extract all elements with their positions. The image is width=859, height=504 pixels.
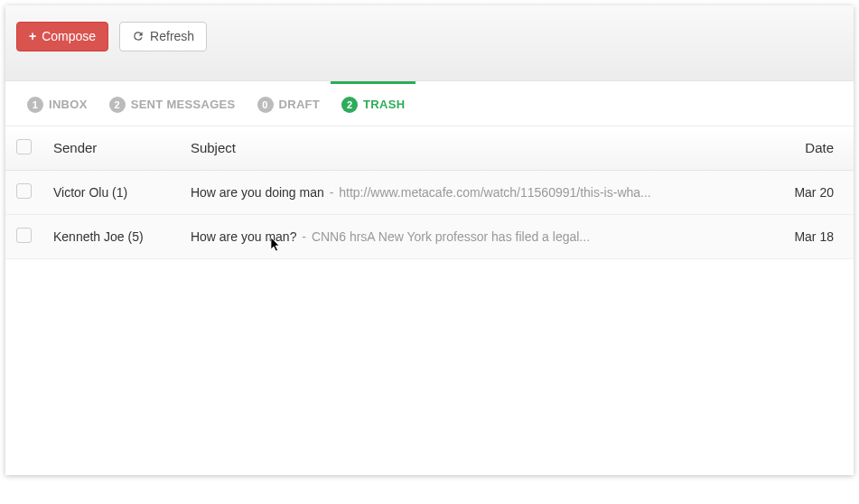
refresh-icon [132, 30, 145, 42]
row-sender: Victor Olu (1) [42, 170, 180, 214]
tab-draft-label: DRAFT [279, 98, 321, 111]
header-subject: Subject [180, 126, 772, 171]
subject-title: How are you doing man [191, 185, 324, 200]
tab-sent-label: SENT MESSAGES [131, 98, 236, 111]
subject-separator: - [298, 229, 309, 244]
tab-inbox-count: 1 [27, 97, 43, 113]
table-row[interactable]: Victor Olu (1) How are you doing man - h… [5, 170, 854, 214]
subject-preview: CNN6 hrsA New York professor has filed a… [312, 229, 590, 244]
header-sender: Sender [42, 126, 180, 171]
row-date: Mar 18 [772, 214, 854, 258]
plus-icon: + [29, 30, 36, 42]
table-row[interactable]: Kenneth Joe (5) How are you man? - CNN6 … [5, 214, 854, 258]
tab-trash-label: TRASH [363, 98, 405, 111]
mail-app: + Compose Refresh 1 INBOX 2 SENT MESSAGE… [5, 5, 854, 475]
tab-sent[interactable]: 2 SENT MESSAGES [98, 81, 247, 126]
row-date: Mar 20 [772, 170, 854, 214]
folder-tabs: 1 INBOX 2 SENT MESSAGES 0 DRAFT 2 TRASH [5, 81, 854, 126]
tab-inbox[interactable]: 1 INBOX [16, 81, 98, 126]
subject-preview: http://www.metacafe.com/watch/11560991/t… [339, 185, 651, 200]
mail-table: Sender Subject Date Victor Olu (1) How a… [5, 126, 854, 259]
compose-button-label: Compose [42, 29, 96, 44]
tab-trash[interactable]: 2 TRASH [331, 81, 415, 126]
tab-inbox-label: INBOX [49, 98, 88, 111]
tab-trash-count: 2 [341, 97, 358, 113]
header-date: Date [772, 126, 854, 171]
select-all-checkbox[interactable] [16, 139, 32, 154]
row-subject: How are you doing man - http://www.metac… [180, 170, 772, 214]
row-checkbox[interactable] [16, 228, 32, 243]
tab-sent-count: 2 [109, 97, 126, 113]
tab-draft[interactable]: 0 DRAFT [247, 81, 331, 126]
tab-draft-count: 0 [257, 97, 274, 113]
subject-title: How are you man? [191, 229, 297, 244]
subject-separator: - [326, 185, 337, 200]
row-checkbox[interactable] [16, 183, 32, 199]
refresh-button[interactable]: Refresh [119, 22, 207, 51]
refresh-button-label: Refresh [150, 29, 194, 44]
row-subject: How are you man? - CNN6 hrsA New York pr… [180, 214, 772, 258]
compose-button[interactable]: + Compose [16, 22, 108, 51]
toolbar: + Compose Refresh [5, 5, 854, 81]
header-row: Sender Subject Date [5, 126, 854, 171]
row-sender: Kenneth Joe (5) [42, 214, 180, 258]
